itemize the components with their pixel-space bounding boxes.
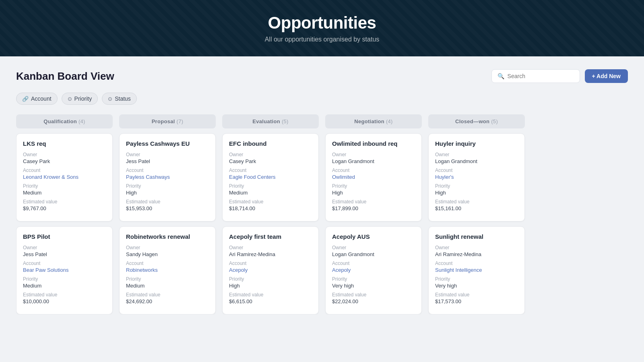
table-row: EFC inbound Owner Casey Park Account Eag… bbox=[222, 133, 319, 221]
column-header-qualification: Qualification (4) bbox=[16, 114, 113, 128]
card-priority-field: Priority Very high bbox=[332, 276, 415, 289]
account-value[interactable]: Bear Paw Solutions bbox=[23, 267, 106, 273]
card-priority-field: Priority Medium bbox=[23, 276, 106, 289]
filter-account[interactable]: 🔗 Account bbox=[16, 93, 58, 105]
card-value-field: Estimated value $24,692.00 bbox=[126, 292, 209, 304]
priority-label: Priority bbox=[126, 276, 209, 282]
account-value[interactable]: Robinetworks bbox=[126, 267, 209, 273]
owner-value: Logan Grandmont bbox=[332, 158, 415, 164]
account-value[interactable]: Owlimited bbox=[332, 174, 415, 180]
filter-account-label: Account bbox=[31, 95, 52, 102]
card-priority-field: Priority High bbox=[229, 276, 312, 289]
card-priority-field: Priority Very high bbox=[435, 276, 518, 289]
column-closed-won: Closed—won (5) Huyler inquiry Owner Loga… bbox=[428, 114, 525, 314]
column-cards-qualification: LKS req Owner Casey Park Account Leonard… bbox=[16, 133, 113, 314]
priority-value: Medium bbox=[23, 283, 106, 289]
column-header-proposal: Proposal (7) bbox=[119, 114, 216, 128]
estimated-value-label: Estimated value bbox=[23, 292, 106, 298]
owner-label: Owner bbox=[332, 245, 415, 250]
owner-value: Casey Park bbox=[229, 158, 312, 164]
priority-value: High bbox=[435, 190, 518, 196]
card-owner-field: Owner Logan Grandmont bbox=[332, 152, 415, 164]
search-input[interactable] bbox=[508, 73, 574, 79]
card-value-field: Estimated value $22,024.00 bbox=[332, 292, 415, 304]
estimated-value: $6,615.00 bbox=[229, 298, 312, 304]
add-new-button[interactable]: + Add New bbox=[585, 69, 628, 83]
card-owner-field: Owner Casey Park bbox=[229, 152, 312, 164]
priority-label: Priority bbox=[435, 183, 518, 189]
estimated-value: $17,573.00 bbox=[435, 298, 518, 304]
page-title: Kanban Board View bbox=[16, 70, 114, 83]
column-cards-evaluation: EFC inbound Owner Casey Park Account Eag… bbox=[222, 133, 319, 314]
owner-value: Ari Ramirez-Medina bbox=[435, 251, 518, 257]
card-account-field: Account Owlimited bbox=[332, 168, 415, 180]
estimated-value-label: Estimated value bbox=[435, 292, 518, 298]
card-title: Acepoly AUS bbox=[332, 233, 415, 240]
card-value-field: Estimated value $6,615.00 bbox=[229, 292, 312, 304]
card-title: LKS req bbox=[23, 140, 106, 147]
estimated-value-label: Estimated value bbox=[126, 292, 209, 298]
account-value[interactable]: Acepoly bbox=[332, 267, 415, 273]
owner-label: Owner bbox=[126, 152, 209, 157]
card-priority-field: Priority High bbox=[126, 183, 209, 196]
owner-label: Owner bbox=[229, 245, 312, 250]
hero-title: Opportunities bbox=[268, 13, 376, 33]
column-count: (4) bbox=[78, 118, 85, 124]
priority-value: Medium bbox=[229, 190, 312, 196]
owner-label: Owner bbox=[332, 152, 415, 157]
card-account-field: Account Leonard Krower & Sons bbox=[23, 168, 106, 180]
search-box[interactable]: 🔍 bbox=[491, 69, 580, 83]
priority-value: Medium bbox=[23, 190, 106, 196]
account-value[interactable]: Acepoly bbox=[229, 267, 312, 273]
account-value[interactable]: Huyler's bbox=[435, 174, 518, 180]
account-value[interactable]: Sunlight Intelligence bbox=[435, 267, 518, 273]
account-label: Account bbox=[23, 261, 106, 266]
owner-value: Logan Grandmont bbox=[435, 158, 518, 164]
estimated-value: $18,714.00 bbox=[229, 205, 312, 211]
table-row: Acepoly first team Owner Ari Ramirez-Med… bbox=[222, 226, 319, 314]
card-owner-field: Owner Sandy Hagen bbox=[126, 245, 209, 257]
owner-value: Sandy Hagen bbox=[126, 251, 209, 257]
table-row: Owlimited inbound req Owner Logan Grandm… bbox=[325, 133, 422, 221]
account-value[interactable]: Eagle Food Centers bbox=[229, 174, 312, 180]
table-row: BPS Pilot Owner Jess Patel Account Bear … bbox=[16, 226, 113, 314]
card-account-field: Account Bear Paw Solutions bbox=[23, 261, 106, 273]
table-row: Sunlight renewal Owner Ari Ramirez-Medin… bbox=[428, 226, 525, 314]
estimated-value: $15,953.00 bbox=[126, 205, 209, 211]
topbar-right: 🔍 + Add New bbox=[491, 69, 628, 83]
hero-section: Opportunities All our opportunities orga… bbox=[0, 0, 644, 56]
owner-label: Owner bbox=[435, 245, 518, 250]
estimated-value: $24,692.00 bbox=[126, 298, 209, 304]
card-title: BPS Pilot bbox=[23, 233, 106, 240]
card-owner-field: Owner Logan Grandmont bbox=[332, 245, 415, 257]
column-label: Qualification bbox=[43, 118, 77, 124]
column-count: (5) bbox=[282, 118, 289, 124]
card-value-field: Estimated value $9,767.00 bbox=[23, 199, 106, 211]
column-qualification: Qualification (4) LKS req Owner Casey Pa… bbox=[16, 114, 113, 314]
card-title: Payless Cashways EU bbox=[126, 140, 209, 147]
filter-priority[interactable]: ⊙ Priority bbox=[62, 93, 98, 105]
account-value[interactable]: Leonard Krower & Sons bbox=[23, 174, 106, 180]
table-row: Robinetworks renewal Owner Sandy Hagen A… bbox=[119, 226, 216, 314]
estimated-value: $22,024.00 bbox=[332, 298, 415, 304]
owner-label: Owner bbox=[23, 245, 106, 250]
column-cards-closed-won: Huyler inquiry Owner Logan Grandmont Acc… bbox=[428, 133, 525, 314]
column-label: Proposal bbox=[152, 118, 175, 124]
table-row: LKS req Owner Casey Park Account Leonard… bbox=[16, 133, 113, 221]
priority-label: Priority bbox=[332, 183, 415, 189]
priority-label: Priority bbox=[332, 276, 415, 282]
card-account-field: Account Robinetworks bbox=[126, 261, 209, 273]
table-row: Payless Cashways EU Owner Jess Patel Acc… bbox=[119, 133, 216, 221]
account-label: Account bbox=[126, 261, 209, 266]
account-label: Account bbox=[126, 168, 209, 173]
column-label: Evaluation bbox=[252, 118, 280, 124]
card-priority-field: Priority High bbox=[435, 183, 518, 196]
card-value-field: Estimated value $15,161.00 bbox=[435, 199, 518, 211]
filter-status[interactable]: ⊙ Status bbox=[102, 93, 137, 105]
account-value[interactable]: Payless Cashways bbox=[126, 174, 209, 180]
column-label: Negotiation bbox=[354, 118, 384, 124]
circle-dot-icon: ⊙ bbox=[68, 96, 72, 102]
estimated-value-label: Estimated value bbox=[229, 199, 312, 205]
topbar: Kanban Board View 🔍 + Add New bbox=[16, 69, 628, 83]
account-label: Account bbox=[23, 168, 106, 173]
